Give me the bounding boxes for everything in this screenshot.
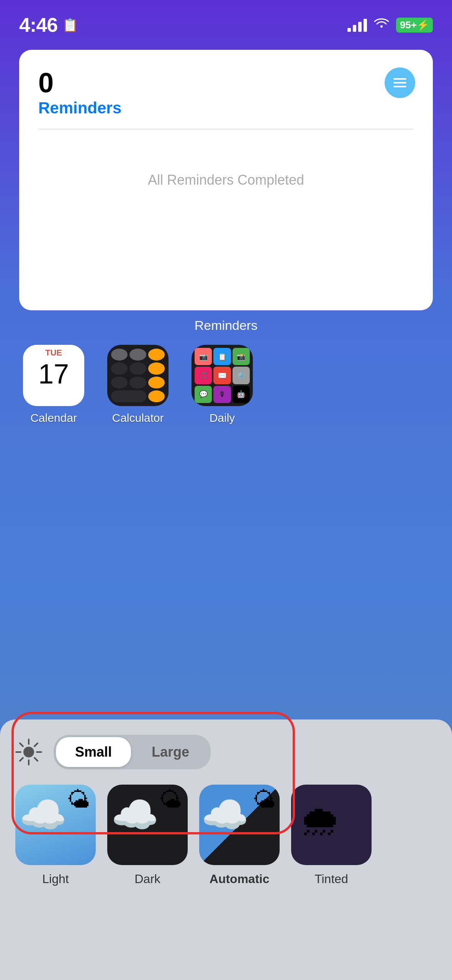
cloud-icon-tinted: 🌧 [299,796,341,845]
size-large-button[interactable]: Large [133,737,208,767]
calc-btn-9 [148,377,165,388]
icon-light-label: Light [42,872,69,886]
folder-app-3: 📸 [233,348,250,365]
icon-tinted-image: 🌧 [291,785,372,865]
signal-bar-2 [353,25,356,32]
icon-style-light[interactable]: ☁️ 🌤 Light [15,785,96,886]
size-small-button[interactable]: Small [56,737,131,767]
size-toggle-container: Small Large [54,735,211,769]
folder-app-2: 📋 [213,348,231,365]
calendar-app-icon[interactable]: TUE 17 [23,345,84,406]
icon-auto-label: Automatic [210,872,269,886]
folder-app-8: 🎙 [213,386,231,403]
calc-btn-4 [111,362,128,374]
calc-btn-1 [111,349,128,361]
svg-line-8 [20,743,23,746]
daily-app-icon[interactable]: 📷 📋 📸 🎵 ✉️ ⚙️ 💬 🎙 🤖 [192,345,253,406]
calc-btn-eq [148,390,165,402]
widget-title: Reminders [38,99,414,117]
calculator-app-icon[interactable] [107,345,169,406]
signal-bar-3 [358,22,362,32]
daily-label: Daily [210,411,235,424]
folder-app-7: 💬 [195,386,212,403]
daily-app-item[interactable]: 📷 📋 📸 🎵 ✉️ ⚙️ 💬 🎙 🤖 Daily [192,345,253,424]
calc-btn-0 [111,390,146,402]
svg-line-9 [34,758,38,761]
reminders-widget: 0 Reminders All Reminders Completed [19,50,433,310]
size-toggle-row: Small Large [15,735,437,769]
widget-count: 0 [38,69,414,97]
icon-style-tinted[interactable]: 🌧 Tinted [291,785,372,886]
icon-dark-label: Dark [134,872,160,886]
battery-badge: 95+⚡ [396,18,433,33]
cloud-icon-auto: ☁️ [201,792,249,837]
status-time: 4:46 [19,13,57,36]
svg-rect-1 [393,82,406,84]
sun-icon-dark: 🌤 [159,787,182,813]
folder-app-9: 🤖 [233,386,250,403]
folder-app-5: ✉️ [213,367,231,384]
calculator-label: Calculator [112,411,164,424]
folder-app-6: ⚙️ [233,367,250,384]
calc-btn-8 [129,377,146,388]
svg-rect-0 [393,78,406,80]
widget-menu-button[interactable] [385,67,415,98]
signal-bars [347,18,367,32]
app-icons-row: TUE 17 Calendar Calculator 📷 📋 📸 🎵 [23,345,253,424]
widget-empty-text: All Reminders Completed [19,172,433,188]
bottom-sheet: Small Large ☁️ 🌤 Light ☁️ 🌤 Dark ☁️ 🌤 [0,719,452,980]
folder-app-4: 🎵 [195,367,212,384]
svg-line-11 [20,758,23,761]
sun-icon-auto: 🌤 [253,787,276,813]
clipboard-icon: 📋 [62,17,78,33]
calc-btn-3 [148,349,165,361]
icon-style-dark[interactable]: ☁️ 🌤 Dark [107,785,188,886]
status-right: 95+⚡ [347,17,433,33]
calc-btn-7 [111,377,128,388]
calendar-day: TUE [23,345,84,359]
calendar-date: 17 [38,359,69,389]
calculator-app-item[interactable]: Calculator [107,345,169,424]
signal-bar-4 [364,19,367,32]
signal-bar-1 [347,28,351,32]
calc-btn-2 [129,349,146,361]
svg-line-10 [34,743,38,746]
cloud-icon-dark: ☁️ [111,792,159,837]
wifi-icon [374,17,389,33]
widget-label: Reminders [0,318,452,333]
icon-options-row: ☁️ 🌤 Light ☁️ 🌤 Dark ☁️ 🌤 Automatic 🌧 [15,785,437,886]
icon-style-automatic[interactable]: ☁️ 🌤 Automatic [199,785,280,886]
widget-divider [38,129,414,129]
sun-icon [15,739,42,765]
cloud-icon-light: ☁️ [19,792,67,837]
folder-app-1: 📷 [195,348,212,365]
calendar-app-item[interactable]: TUE 17 Calendar [23,345,84,424]
icon-tinted-label: Tinted [314,872,348,886]
status-bar: 4:46 📋 95+⚡ [0,0,452,38]
sun-icon-light: 🌤 [67,787,90,813]
icon-dark-image: ☁️ 🌤 [107,785,188,865]
calendar-label: Calendar [30,411,77,424]
icon-auto-image: ☁️ 🌤 [199,785,280,865]
calc-btn-6 [148,362,165,374]
svg-rect-2 [393,86,406,87]
svg-point-3 [23,747,34,757]
icon-light-image: ☁️ 🌤 [15,785,96,865]
calc-btn-5 [129,362,146,374]
